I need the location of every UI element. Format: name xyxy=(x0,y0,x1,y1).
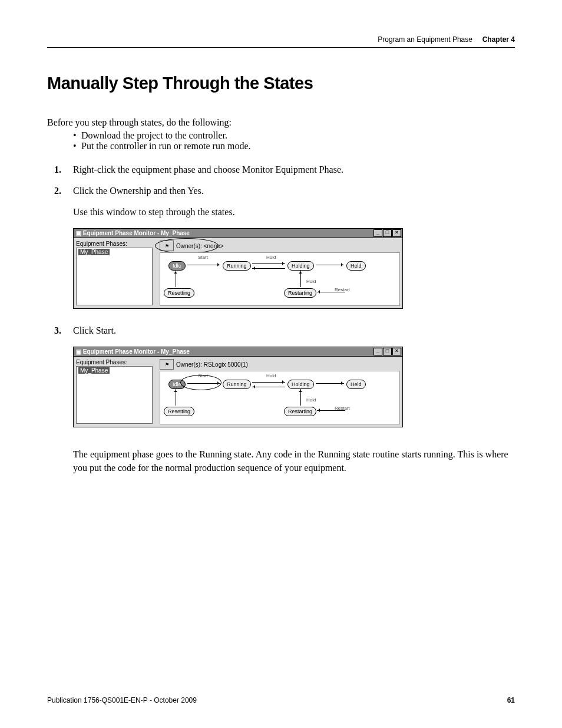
state-holding[interactable]: Holding xyxy=(287,261,314,271)
state-held[interactable]: Held xyxy=(346,261,366,271)
intro-bullets: Download the project to the controller. … xyxy=(47,130,515,151)
step-text: Click Start. xyxy=(73,325,116,335)
screenshot-window-1: ▣ Equipment Phase Monitor - My_Phase _ □… xyxy=(73,228,403,309)
header-chapter: Chapter 4 xyxy=(482,35,515,44)
phase-tree[interactable]: My_Phase xyxy=(76,248,153,305)
step-3: 3. Click Start. xyxy=(47,325,515,336)
tree-label: Equipment Phases: xyxy=(76,359,157,365)
intro-text: Before you step through states, do the f… xyxy=(47,116,515,129)
state-restarting[interactable]: Restarting xyxy=(284,407,316,416)
state-restarting[interactable]: Restarting xyxy=(284,288,316,298)
page-number: 61 xyxy=(507,696,515,704)
label-start: Start xyxy=(198,373,208,378)
step-subtext: Use this window to step through the stat… xyxy=(73,207,515,218)
label-start: Start xyxy=(198,255,208,260)
maximize-button[interactable]: □ xyxy=(383,229,392,237)
state-diagram: Idle Running Holding Held Resetting Rest… xyxy=(160,252,400,306)
bullet-item: Put the controller in run or remote run … xyxy=(81,141,515,151)
header-section: Program an Equipment Phase xyxy=(378,35,472,44)
window-titlebar: ▣ Equipment Phase Monitor - My_Phase _ □… xyxy=(73,347,403,357)
ownership-button[interactable]: ⚑ xyxy=(160,359,174,370)
state-idle[interactable]: Idle xyxy=(168,261,186,271)
page-header: Program an Equipment Phase Chapter 4 xyxy=(47,35,515,48)
minimize-button[interactable]: _ xyxy=(373,348,382,355)
tree-label: Equipment Phases: xyxy=(76,241,157,247)
label-hold: Hold xyxy=(266,373,276,378)
label-hold: Hold xyxy=(266,255,276,260)
window-titlebar: ▣ Equipment Phase Monitor - My_Phase _ □… xyxy=(73,228,403,238)
bullet-item: Download the project to the controller. xyxy=(81,130,515,141)
step-number: 1. xyxy=(54,164,61,175)
close-button[interactable]: × xyxy=(392,348,401,355)
state-resetting[interactable]: Resetting xyxy=(164,288,194,298)
phase-tree[interactable]: My_Phase xyxy=(76,366,153,424)
window-title-text: Equipment Phase Monitor - My_Phase xyxy=(83,230,190,236)
state-resetting[interactable]: Resetting xyxy=(164,407,194,416)
publication-id: Publication 1756-QS001E-EN-P - October 2… xyxy=(47,696,197,704)
tree-item-selected[interactable]: My_Phase xyxy=(78,249,110,255)
step-number: 2. xyxy=(54,186,61,196)
minimize-button[interactable]: _ xyxy=(373,229,382,237)
state-running[interactable]: Running xyxy=(223,380,251,389)
owner-label: Owner(s): RSLogix 5000(1) xyxy=(176,361,248,368)
closing-paragraph: The equipment phase goes to the Running … xyxy=(73,447,515,475)
window-app-icon: ▣ xyxy=(76,348,81,355)
maximize-button[interactable]: □ xyxy=(383,348,392,355)
window-title-text: Equipment Phase Monitor - My_Phase xyxy=(83,348,190,355)
owner-label: Owner(s): <none> xyxy=(176,243,224,249)
step-1: 1. Right-click the equipment phase and c… xyxy=(47,164,515,175)
section-title: Manually Step Through the States xyxy=(47,74,515,93)
state-idle[interactable]: Idle xyxy=(168,380,186,389)
step-text: Click the Ownership and then Yes. xyxy=(73,186,204,196)
state-diagram: Idle Running Holding Held Resetting Rest… xyxy=(160,371,400,424)
window-app-icon: ▣ xyxy=(76,230,81,236)
page-footer: Publication 1756-QS001E-EN-P - October 2… xyxy=(47,696,515,704)
state-running[interactable]: Running xyxy=(223,261,251,271)
ownership-button[interactable]: ⚑ xyxy=(160,241,174,251)
step-text: Right-click the equipment phase and choo… xyxy=(73,164,343,174)
tree-item-selected[interactable]: My_Phase xyxy=(78,367,110,374)
close-button[interactable]: × xyxy=(392,229,401,237)
screenshot-window-2: ▣ Equipment Phase Monitor - My_Phase _ □… xyxy=(73,347,403,427)
label-hold: Hold xyxy=(306,397,316,403)
step-number: 3. xyxy=(54,325,61,336)
label-hold: Hold xyxy=(306,279,316,284)
state-held[interactable]: Held xyxy=(346,380,366,389)
step-2: 2. Click the Ownership and then Yes. Use… xyxy=(47,186,515,218)
state-holding[interactable]: Holding xyxy=(287,380,314,389)
